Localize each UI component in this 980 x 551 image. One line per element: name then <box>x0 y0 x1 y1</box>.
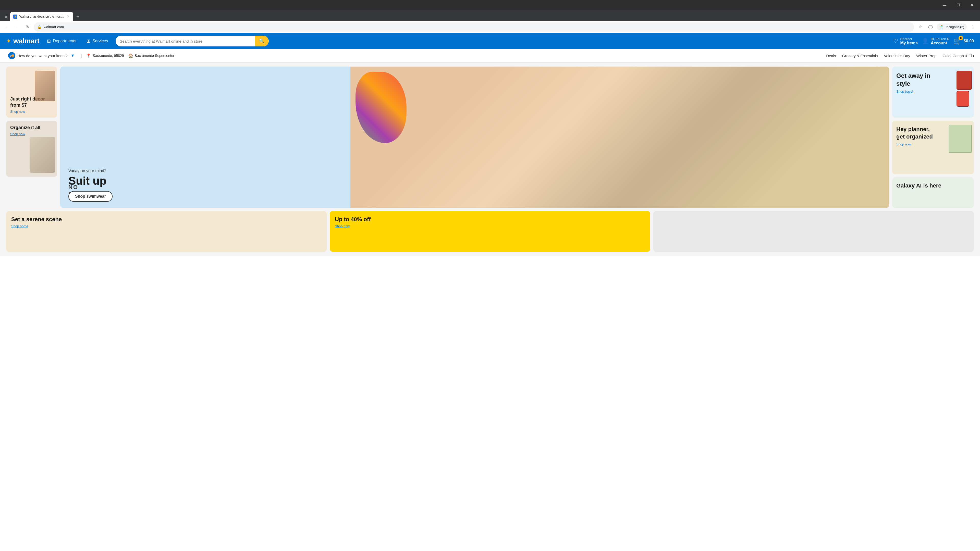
walmart-header: ✦ walmart ⊞ Departments ⊞ Services 🔍 ♡ R… <box>0 33 980 49</box>
organize-promo-card[interactable]: Organize it all Shop now <box>6 121 57 177</box>
planner-title: Hey planner, get organized <box>896 126 937 140</box>
browser-chrome: ◀ ✦ Walmart has deals on the most... ✕ +… <box>0 10 980 33</box>
hero-title: Suit up <box>68 175 881 187</box>
location-item[interactable]: 📍 Sacramento, 95829 <box>86 53 124 58</box>
incognito-label: Incognito (2) <box>946 25 964 29</box>
minimize-button[interactable]: — <box>939 1 950 9</box>
hero-text-block: Vacay on your mind? Suit up Shop swimwea… <box>68 168 881 202</box>
swimwear-colorful-piece <box>355 72 407 143</box>
notebook-image <box>949 125 972 153</box>
chevron-down-icon: ▼ <box>71 53 75 58</box>
tab-close-button[interactable]: ✕ <box>66 14 70 19</box>
deals-link[interactable]: Deals <box>826 54 836 58</box>
store-item[interactable]: 🏠 Sacramento Supercenter <box>128 53 175 58</box>
services-grid-icon: ⊞ <box>86 38 90 44</box>
forward-button[interactable]: → <box>13 23 21 31</box>
tab-prev-icon: ◀ <box>2 13 9 20</box>
subnav-links: Deals Grocery & Essentials Valentine's D… <box>826 54 974 58</box>
galaxy-promo-card[interactable]: Galaxy AI is here <box>892 177 974 208</box>
back-button[interactable]: ← <box>3 23 11 31</box>
organize-shop-link[interactable]: Shop now <box>10 132 53 136</box>
walmart-site: ✦ walmart ⊞ Departments ⊞ Services 🔍 ♡ R… <box>0 33 980 256</box>
services-button[interactable]: ⊞ Services <box>84 37 110 45</box>
large-suitcase <box>956 71 972 90</box>
right-column: Get away in style Shop travel Hey planne… <box>892 67 974 208</box>
departments-button[interactable]: ⊞ Departments <box>45 37 79 45</box>
delivery-icon: 🚚 <box>8 52 15 59</box>
cold-link[interactable]: Cold, Cough & Flu <box>942 54 974 58</box>
logo-text: walmart <box>13 37 39 45</box>
planner-promo-card[interactable]: Hey planner, get organized Shop now <box>892 121 974 174</box>
departments-label: Departments <box>53 39 76 43</box>
account-button[interactable]: 👤 Hi, Lauren D Account <box>922 37 950 45</box>
galaxy-title: Galaxy AI is here <box>896 183 970 189</box>
travel-title: Get away in style <box>896 72 937 87</box>
grocery-link[interactable]: Grocery & Essentials <box>842 54 878 58</box>
serene-shop-link[interactable]: Shop home <box>11 224 321 228</box>
departments-grid-icon: ⊞ <box>47 38 51 44</box>
travel-promo-card[interactable]: Get away in style Shop travel <box>892 67 974 118</box>
reorder-bottom: My Items <box>900 41 918 45</box>
serene-promo-card[interactable]: Set a serene scene Shop home <box>6 211 327 252</box>
maximize-button[interactable]: ❐ <box>953 1 964 9</box>
main-content: Just right decor from $7 Shop now Organi… <box>0 62 980 256</box>
incognito-badge[interactable]: 🕺 Incognito (2) <box>937 24 967 30</box>
winter-link[interactable]: Winter Prep <box>916 54 936 58</box>
search-button[interactable]: 🔍 <box>255 36 269 46</box>
tab-title: Walmart has deals on the most... <box>19 15 64 18</box>
filler-card <box>653 211 974 252</box>
valentines-link[interactable]: Valentine's Day <box>884 54 910 58</box>
account-icon: 👤 <box>922 38 929 44</box>
decor-image <box>35 71 55 101</box>
nav-right-icons: ☆ ◯ 🕺 Incognito (2) ⋮ <box>916 23 977 31</box>
search-input[interactable] <box>116 37 255 46</box>
delivery-text: How do you want your items? <box>18 54 68 58</box>
hero-cta-button[interactable]: Shop swimwear <box>68 191 113 202</box>
organize-card-bg: Organize it all Shop now <box>6 121 57 177</box>
off-promo-card[interactable]: Up to 40% off Shop now <box>330 211 650 252</box>
account-label: Account <box>931 41 950 45</box>
header-actions: ♡ Reorder My Items 👤 Hi, Lauren D Accoun… <box>893 37 974 45</box>
url-text: walmart.com <box>44 25 911 29</box>
organize-image <box>30 137 55 173</box>
new-tab-button[interactable]: + <box>74 13 81 20</box>
nav-bar: ← → ↻ 🔒 walmart.com ☆ ◯ 🕺 Incognito (2) … <box>0 21 980 33</box>
small-suitcase <box>956 91 969 106</box>
split-view-button[interactable]: ◯ <box>926 23 935 31</box>
store-icon: 🏠 <box>128 53 133 58</box>
serene-title: Set a serene scene <box>11 216 321 223</box>
cart-price: $0.00 <box>964 39 974 43</box>
close-button[interactable]: ✕ <box>966 1 978 9</box>
tab-bar: ◀ ✦ Walmart has deals on the most... ✕ + <box>0 10 980 21</box>
address-bar[interactable]: 🔒 walmart.com <box>34 22 914 32</box>
reorder-top: Reorder <box>900 37 918 41</box>
decor-shop-link[interactable]: Shop now <box>10 110 53 114</box>
refresh-button[interactable]: ↻ <box>24 23 32 31</box>
hero-banner[interactable]: NOBO NO BOUNDARIES Vacay on your mind? S… <box>60 67 889 208</box>
off-shop-link[interactable]: Shop now <box>335 224 645 228</box>
reorder-text: Reorder My Items <box>900 37 918 45</box>
tab-favicon: ✦ <box>13 14 18 19</box>
reorder-button[interactable]: ♡ Reorder My Items <box>893 37 918 45</box>
active-tab[interactable]: ✦ Walmart has deals on the most... ✕ <box>10 12 73 21</box>
cart-button[interactable]: 🛒 0 $0.00 <box>953 37 974 45</box>
search-icon: 🔍 <box>259 38 265 44</box>
search-bar[interactable]: 🔍 <box>116 36 269 46</box>
bookmark-button[interactable]: ☆ <box>916 23 924 31</box>
hero-tag: Vacay on your mind? <box>68 168 881 173</box>
incognito-icon: 🕺 <box>939 24 944 29</box>
off-title: Up to 40% off <box>335 216 645 223</box>
store-text: Sacramento Supercenter <box>135 54 175 58</box>
account-greeting: Hi, Lauren D <box>931 37 950 41</box>
location-text: Sacramento, 95829 <box>93 54 124 58</box>
decor-promo-card[interactable]: Just right decor from $7 Shop now <box>6 67 57 118</box>
delivery-selector[interactable]: 🚚 How do you want your items? ▼ <box>6 51 77 60</box>
walmart-logo[interactable]: ✦ walmart <box>6 37 39 45</box>
services-label: Services <box>92 39 108 43</box>
decor-card-bg: Just right decor from $7 Shop now <box>6 67 57 118</box>
menu-button[interactable]: ⋮ <box>969 23 977 31</box>
left-column: Just right decor from $7 Shop now Organi… <box>6 67 57 208</box>
heart-icon: ♡ <box>893 38 898 44</box>
organize-title: Organize it all <box>10 125 53 130</box>
suitcase-image <box>956 71 972 106</box>
